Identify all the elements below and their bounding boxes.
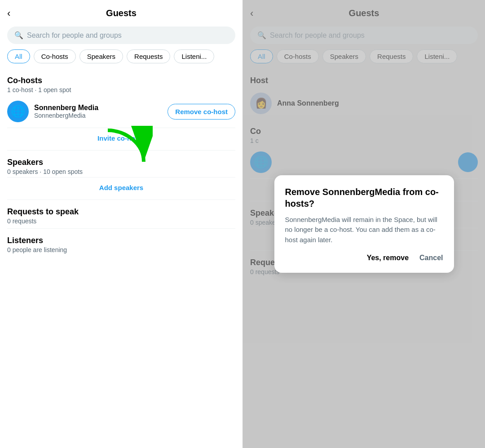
modal-body: SonnenbergMedia will remain in the Space… [285,215,443,245]
left-panel-title: Guests [106,8,137,18]
modal-confirm-button[interactable]: Yes, remove [367,254,409,262]
left-search-bar[interactable]: 🔍 Search for people and groups [7,27,235,44]
modal-cancel-button[interactable]: Cancel [419,254,443,262]
left-cohost-member-row: 🌐 Sonnenberg Media SonnenbergMedia Remov… [7,95,235,128]
left-section-content: Co-hosts 1 co-host · 1 open spot 🌐 Sonne… [0,69,242,448]
left-speakers-header: Speakers 0 speakers · 10 open spots [7,151,235,177]
left-cohosts-header: Co-hosts 1 co-host · 1 open spot [7,69,235,95]
left-filter-tabs: All Co-hosts Speakers Requests Listeni..… [0,49,242,69]
left-requests-group: Requests to speak 0 requests [7,200,235,226]
left-tab-requests[interactable]: Requests [127,49,170,63]
left-speakers-title: Speakers [7,158,235,167]
remove-cohost-modal: Remove SonnenbergMedia from co-hosts? So… [274,175,454,273]
modal-title: Remove SonnenbergMedia from co-hosts? [285,186,443,209]
left-tab-cohosts[interactable]: Co-hosts [34,49,76,63]
left-tab-speakers[interactable]: Speakers [79,49,123,63]
left-tab-listeners[interactable]: Listeni... [174,49,214,63]
left-remove-cohost-button[interactable]: Remove co-host [168,104,235,120]
left-add-speakers-link[interactable]: Add speakers [7,177,235,198]
modal-actions: Yes, remove Cancel [285,254,443,262]
left-search-icon: 🔍 [14,31,23,40]
left-requests-subtitle: 0 requests [7,217,235,225]
left-speakers-group: Speakers 0 speakers · 10 open spots [7,150,235,177]
left-tab-all[interactable]: All [7,49,30,63]
left-cohosts-title: Co-hosts [7,76,235,85]
left-cohost-name: Sonnenberg Media [34,104,162,112]
left-cohosts-subtitle: 1 co-host · 1 open spot [7,86,235,93]
left-cohost-avatar: 🌐 [7,101,29,122]
left-listeners-group: Listeners 0 people are listening [7,228,235,255]
left-cohost-avatar-icon: 🌐 [11,105,25,119]
left-search-placeholder: Search for people and groups [27,31,122,40]
left-requests-header: Requests to speak 0 requests [7,200,235,226]
left-cohost-info: Sonnenberg Media SonnenbergMedia [34,104,162,119]
left-header: ‹ Guests [0,0,242,23]
left-listeners-title: Listeners [7,236,235,245]
left-back-button[interactable]: ‹ [7,8,10,19]
modal-overlay: Remove SonnenbergMedia from co-hosts? So… [243,0,485,448]
left-panel: ‹ Guests 🔍 Search for people and groups … [0,0,242,448]
left-listeners-header: Listeners 0 people are listening [7,229,235,255]
left-invite-cohosts-link[interactable]: Invite co-hosts [7,128,235,148]
left-cohost-handle: SonnenbergMedia [34,112,162,119]
left-listeners-subtitle: 0 people are listening [7,246,235,253]
left-requests-title: Requests to speak [7,207,235,217]
right-panel: ‹ Guests 🔍 Search for people and groups … [242,0,485,448]
left-speakers-subtitle: 0 speakers · 10 open spots [7,168,235,175]
